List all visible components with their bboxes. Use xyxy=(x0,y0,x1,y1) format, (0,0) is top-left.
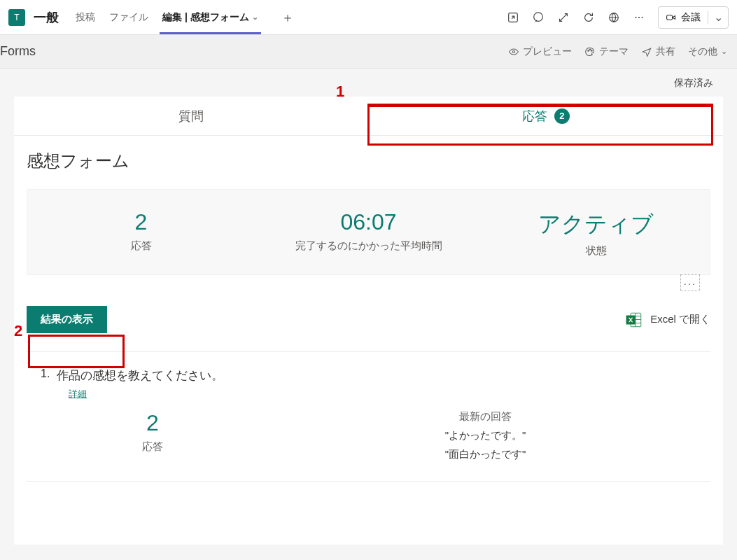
svg-rect-15 xyxy=(636,313,636,327)
svg-point-1 xyxy=(534,12,543,21)
globe-icon[interactable] xyxy=(602,6,626,29)
stat-responses-value: 2 xyxy=(27,209,255,235)
tab-posts[interactable]: 投稿 xyxy=(69,0,102,34)
svg-point-10 xyxy=(591,50,593,51)
forms-actions: プレビュー テーマ 共有 その他 ⌄ xyxy=(504,43,731,61)
svg-point-8 xyxy=(588,50,589,51)
svg-point-9 xyxy=(589,49,591,50)
stat-responses-label: 応答 xyxy=(27,239,255,253)
header-actions: 会議 ⌄ xyxy=(501,6,729,29)
stats-more-button[interactable]: ··· xyxy=(680,274,700,291)
svg-point-5 xyxy=(641,16,643,18)
preview-label: プレビュー xyxy=(523,46,572,58)
excel-icon xyxy=(625,311,643,329)
stat-status-value: アクティブ xyxy=(482,209,710,240)
popout-icon[interactable] xyxy=(501,6,525,29)
send-icon xyxy=(641,46,652,57)
stat-time: 06:07 完了するのにかかった平均時間 xyxy=(255,209,482,258)
add-tab-button[interactable]: ＋ xyxy=(276,6,299,29)
palette-icon xyxy=(584,46,596,57)
q1-latest-title: 最新の回答 xyxy=(265,410,706,424)
q1-text: 作品の感想を教えてください。 xyxy=(57,368,223,384)
other-button[interactable]: その他 ⌄ xyxy=(684,43,731,61)
tab-forms-label: 編集 | 感想フォーム xyxy=(162,11,249,24)
chevron-down-icon: ⌄ xyxy=(252,13,258,22)
show-results-button[interactable]: 結果の表示 xyxy=(27,306,107,333)
q1-count-value: 2 xyxy=(41,410,265,436)
content-area[interactable]: 保存済み 質問 応答 2 感想フォーム 2 応答 06:07 完了するのにかかっ… xyxy=(0,69,737,560)
more-icon[interactable] xyxy=(627,6,651,29)
share-button[interactable]: 共有 xyxy=(637,43,680,61)
excel-open-label: Excel で開く xyxy=(650,313,710,326)
preview-button[interactable]: プレビュー xyxy=(504,43,576,61)
teams-header: T 一般 投稿 ファイル 編集 | 感想フォーム ⌄ ＋ xyxy=(0,0,737,35)
theme-label: テーマ xyxy=(599,46,629,58)
refresh-icon[interactable] xyxy=(577,6,601,29)
chat-icon[interactable] xyxy=(526,6,550,29)
tab-questions[interactable]: 質問 xyxy=(14,97,369,135)
form-card: 質問 応答 2 感想フォーム 2 応答 06:07 完了するのにかかった平均時間… xyxy=(14,97,723,545)
question-1-block: 1. 作品の感想を教えてください。 詳細 2 応答 最新の回答 "よかったです。… xyxy=(14,352,723,468)
channel-name[interactable]: 一般 xyxy=(34,9,59,26)
channel-tabs: 投稿 ファイル 編集 | 感想フォーム ⌄ ＋ xyxy=(69,0,299,34)
divider xyxy=(27,481,710,482)
meeting-dropdown[interactable]: ⌄ xyxy=(708,10,728,24)
stat-status-label: 状態 xyxy=(482,244,710,258)
other-label: その他 xyxy=(688,46,717,58)
q1-count-label: 応答 xyxy=(41,440,265,454)
results-actions-row: 結果の表示 Excel で開く xyxy=(14,281,723,339)
stat-time-value: 06:07 xyxy=(255,209,482,235)
q1-latest-block: 最新の回答 "よかったです。" "面白かったです" xyxy=(265,410,706,461)
svg-point-4 xyxy=(638,16,640,18)
form-tabs: 質問 応答 2 xyxy=(14,97,723,136)
eye-icon xyxy=(508,46,519,57)
q1-count-block: 2 応答 xyxy=(41,410,265,461)
responses-badge: 2 xyxy=(554,108,570,124)
q1-answer-2: "面白かったです" xyxy=(265,448,706,461)
svg-point-3 xyxy=(635,16,636,18)
tab-responses-label: 応答 xyxy=(522,108,547,125)
q1-number: 1. xyxy=(41,368,50,380)
expand-icon[interactable] xyxy=(552,6,575,29)
q1-answer-1: "よかったです。" xyxy=(265,429,706,442)
forms-title: Forms xyxy=(0,44,36,59)
open-in-excel-button[interactable]: Excel で開く xyxy=(625,311,710,329)
svg-rect-6 xyxy=(667,15,673,19)
share-label: 共有 xyxy=(656,46,675,58)
stat-status: アクティブ 状態 xyxy=(482,209,710,258)
stat-time-label: 完了するのにかかった平均時間 xyxy=(255,239,482,253)
meeting-button: 会議 ⌄ xyxy=(658,6,729,29)
chevron-down-icon: ⌄ xyxy=(721,47,727,56)
stats-box: 2 応答 06:07 完了するのにかかった平均時間 アクティブ 状態 ··· xyxy=(27,189,710,275)
meeting-label: 会議 xyxy=(681,11,701,24)
form-title: 感想フォーム xyxy=(14,136,723,183)
tab-files[interactable]: ファイル xyxy=(102,0,155,34)
theme-button[interactable]: テーマ xyxy=(580,43,633,61)
q1-detail-link[interactable]: 詳細 xyxy=(69,388,87,400)
video-icon xyxy=(666,12,677,23)
meeting-main-button[interactable]: 会議 xyxy=(659,11,708,24)
team-avatar[interactable]: T xyxy=(8,9,25,26)
saved-label: 保存済み xyxy=(0,69,737,94)
svg-point-7 xyxy=(512,50,514,52)
forms-toolbar: Forms プレビュー テーマ 共有 その他 ⌄ xyxy=(0,35,737,69)
stat-responses: 2 応答 xyxy=(27,209,255,258)
tab-responses[interactable]: 応答 2 xyxy=(369,97,724,135)
tab-forms-edit[interactable]: 編集 | 感想フォーム ⌄ xyxy=(155,0,265,34)
